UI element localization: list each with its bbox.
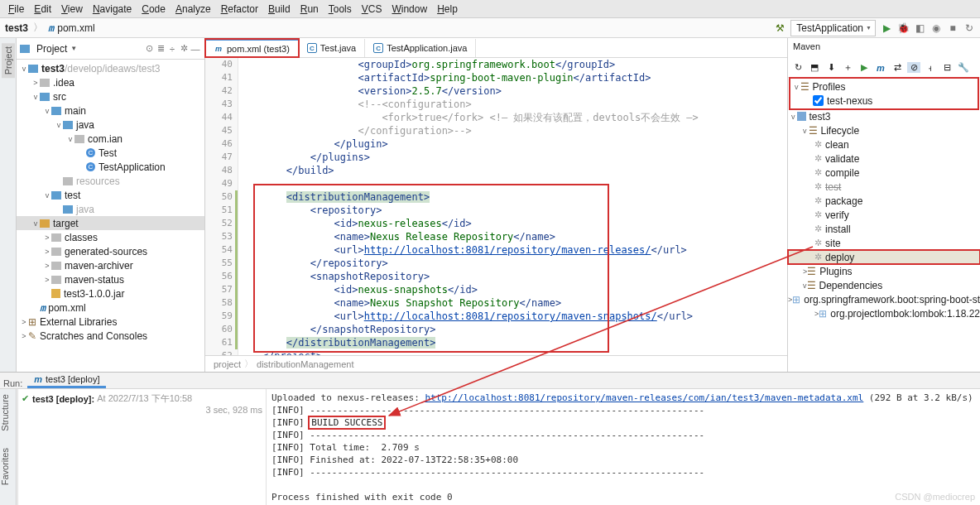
tree-node[interactable]: vjava (17, 118, 204, 132)
coverage-icon[interactable]: ◧ (914, 22, 925, 34)
menu-navigate[interactable]: Navigate (88, 2, 137, 17)
maven-goal-compile[interactable]: ✲compile (788, 166, 980, 180)
editor-crumb-0[interactable]: project (214, 359, 241, 369)
menu-build[interactable]: Build (263, 2, 295, 17)
maven-lifecycle[interactable]: v☰Lifecycle (788, 123, 980, 137)
tree-node[interactable]: >✎Scratches and Consoles (17, 329, 204, 343)
add-icon[interactable]: ＋ (841, 61, 854, 74)
code-line[interactable]: </build> (238, 164, 784, 177)
run-tab[interactable]: mtest3 [deploy] (27, 373, 106, 388)
menu-window[interactable]: Window (387, 2, 432, 17)
maven-goal-package[interactable]: ✲package (788, 194, 980, 208)
editor-tab[interactable]: mpom.xml (test3) (205, 39, 299, 57)
update-icon[interactable]: ↻ (963, 22, 975, 34)
menu-tools[interactable]: Tools (324, 2, 357, 17)
favorites-toolwindow-tab[interactable]: Favorites (0, 448, 10, 485)
settings-icon[interactable]: ✲ (178, 43, 190, 54)
code-line[interactable]: <fork>true</fork> <!– 如果没有该配置，devtools不会… (238, 111, 784, 124)
code-area[interactable]: 4041424344454647484950515253545556575859… (205, 58, 787, 355)
project-tree[interactable]: vtest3 /develop/ideaws/test3>.ideavsrcvm… (17, 60, 204, 372)
run-icon[interactable]: ▶ (881, 22, 892, 34)
tree-root[interactable]: vtest3 /develop/ideaws/test3 (17, 61, 204, 75)
breadcrumb-project[interactable]: test3 (5, 22, 28, 34)
tree-node[interactable]: vsrc (17, 89, 204, 103)
download-icon[interactable]: ⬇ (824, 62, 838, 73)
maven-root[interactable]: vtest3 (788, 109, 980, 123)
menu-file[interactable]: File (3, 2, 29, 17)
profile-checkbox[interactable]: test-nexus (791, 94, 977, 108)
collapse-all-icon[interactable]: ÷ (166, 44, 178, 54)
maven-goal-deploy[interactable]: ✲deploy (788, 250, 980, 264)
expand-all-icon[interactable]: ≣ (155, 43, 166, 54)
tree-node[interactable]: >maven-archiver (17, 258, 204, 272)
select-open-file-icon[interactable]: ⊙ (143, 43, 155, 54)
maven-dep[interactable]: > ⊞org.springframework.boot:spring-boot-… (788, 292, 980, 306)
code-line[interactable]: <!--<configuration> (238, 98, 784, 111)
tree-node[interactable]: >.idea (17, 75, 204, 89)
tree-node[interactable]: CTestApplication (17, 160, 204, 174)
code-line[interactable]: </configuration>--> (238, 124, 784, 137)
menu-edit[interactable]: Edit (29, 2, 56, 17)
maven-deps[interactable]: v ☰Dependencies (788, 278, 980, 292)
profile-icon[interactable]: ◉ (930, 22, 942, 34)
tree-node[interactable]: vtest (17, 188, 204, 202)
reimport-icon[interactable]: ↻ (791, 62, 805, 73)
collapse-icon[interactable]: ⊟ (940, 62, 954, 73)
maven-goal-site[interactable]: ✲site (788, 236, 980, 250)
tree-node[interactable]: vmain (17, 103, 204, 118)
menu-help[interactable]: Help (432, 2, 463, 17)
code-line[interactable]: <groupId>org.springframework.boot</group… (238, 58, 784, 71)
tree-node[interactable]: vcom.ian (17, 132, 204, 146)
menu-run[interactable]: Run (295, 2, 324, 17)
run-console[interactable]: Uploaded to nexus-releases: http://local… (267, 389, 980, 505)
tree-node[interactable]: mpom.xml (17, 301, 204, 315)
structure-toolwindow-tab[interactable]: Structure (0, 394, 10, 431)
maven-goal-verify[interactable]: ✲verify (788, 208, 980, 222)
execute-goal-icon[interactable]: m (874, 63, 887, 73)
toggle-skip-tests-icon[interactable]: ⊘ (907, 62, 920, 73)
code-line[interactable]: <artifactId>spring-boot-maven-plugin</ar… (238, 71, 784, 84)
debug-icon[interactable]: 🐞 (897, 22, 909, 34)
run-config-dropdown[interactable]: TestApplication (790, 20, 876, 36)
maven-goal-test[interactable]: ✲test (788, 180, 980, 194)
chevron-down-icon[interactable]: ▼ (70, 45, 77, 52)
code-body[interactable]: <groupId>org.springframework.boot</group… (238, 58, 787, 355)
editor-tab[interactable]: CTestApplication.java (365, 39, 476, 57)
run-maven-icon[interactable]: ▶ (858, 62, 871, 73)
maven-settings-icon[interactable]: 🔧 (957, 62, 970, 73)
menu-vcs[interactable]: VCS (357, 2, 387, 17)
tree-node[interactable]: >generated-sources (17, 244, 204, 258)
menu-refactor[interactable]: Refactor (216, 2, 263, 17)
profiles-node[interactable]: v☰Profiles (791, 79, 977, 94)
breadcrumb-file[interactable]: pom.xml (57, 22, 94, 34)
tree-node[interactable]: >classes (17, 230, 204, 244)
editor-tab[interactable]: CTest.java (299, 39, 365, 57)
maven-dep[interactable]: > ⊞org.projectlombok:lombok:1.18.22 (788, 306, 980, 320)
tree-node[interactable]: >maven-status (17, 272, 204, 286)
build-icon[interactable]: ⚒ (774, 22, 785, 34)
code-line[interactable]: </plugins> (238, 151, 784, 164)
project-panel-title[interactable]: Project (36, 43, 67, 55)
tree-node[interactable]: CTest (17, 146, 204, 160)
stop-icon[interactable]: ■ (947, 22, 958, 34)
tree-node[interactable]: vtarget (17, 216, 204, 230)
maven-tree[interactable]: v☰Profiles test-nexusvtest3v☰Lifecycle✲c… (788, 78, 980, 372)
maven-plugins[interactable]: > ☰Plugins (788, 264, 980, 278)
code-line[interactable]: <version>2.5.7</version> (238, 84, 784, 98)
tree-node[interactable]: resources (17, 174, 204, 188)
maven-goal-install[interactable]: ✲install (788, 222, 980, 236)
menu-code[interactable]: Code (137, 2, 171, 17)
maven-goal-clean[interactable]: ✲clean (788, 137, 980, 152)
tree-node[interactable]: >⊞External Libraries (17, 315, 204, 329)
maven-goal-validate[interactable]: ✲validate (788, 152, 980, 166)
menu-view[interactable]: View (56, 2, 88, 17)
toggle-offline-icon[interactable]: ⇄ (891, 62, 904, 73)
code-line[interactable]: </plugin> (238, 137, 784, 151)
tree-node[interactable]: java (17, 202, 204, 216)
menu-analyze[interactable]: Analyze (171, 2, 216, 17)
tree-node[interactable]: test3-1.0.0.jar (17, 286, 204, 301)
hide-icon[interactable]: — (190, 44, 201, 54)
editor-crumb-1[interactable]: distributionManagement (257, 359, 353, 369)
project-toolwindow-tab[interactable]: Project (2, 43, 15, 78)
run-tree[interactable]: ✔test3 [deploy]: At 2022/7/13 下午10:58 3 … (18, 389, 267, 505)
